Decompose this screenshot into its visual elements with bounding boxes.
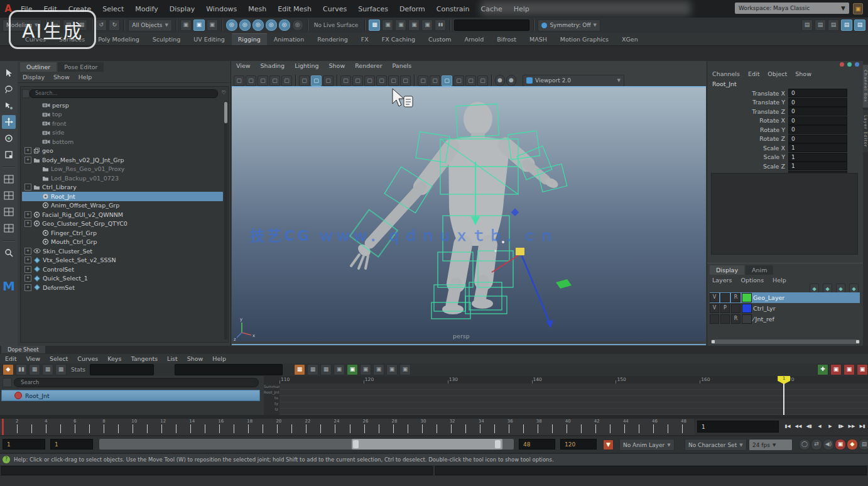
wireframe-icon[interactable]: ▢ xyxy=(299,75,310,86)
menu-constrain[interactable]: Constrain xyxy=(431,3,475,15)
dope-sheet-selected-item[interactable]: Root_Jnt xyxy=(1,390,260,401)
current-frame-indicator[interactable] xyxy=(2,419,4,435)
dope-menu-keys[interactable]: Keys xyxy=(107,355,121,362)
outliner-item[interactable]: +Vtx_Select_Set_v2_SSSN xyxy=(22,256,223,265)
linear-tangent-icon[interactable]: ▦ xyxy=(320,364,332,375)
play-forward-button[interactable]: ▶ xyxy=(825,420,835,433)
shelf-tab-custom[interactable]: Custom xyxy=(422,34,457,45)
shelf-tab-xgen[interactable]: XGen xyxy=(616,34,644,45)
layer-toggle[interactable]: R xyxy=(731,314,741,324)
panel-menu-shading[interactable]: Shading xyxy=(261,62,285,71)
step-back-key-button[interactable]: ◀◀ xyxy=(793,420,803,433)
redo-icon[interactable]: ↻ xyxy=(109,19,120,31)
mute-track-icon[interactable]: ▣ xyxy=(830,364,842,375)
channel-value-field[interactable]: 1 xyxy=(788,143,847,152)
layer-from-selected-icon[interactable]: ◆ xyxy=(849,284,859,293)
hypershade-icon[interactable]: ▤ xyxy=(815,19,826,31)
clamped-tangent-icon[interactable]: ▦ xyxy=(307,364,318,375)
open-render-view-icon[interactable]: ▣ xyxy=(382,19,393,31)
sidebar-tab-channel-box[interactable]: Channel Box xyxy=(863,65,868,108)
menu-curves[interactable]: Curves xyxy=(317,3,352,15)
blue-dot-icon[interactable] xyxy=(855,62,859,67)
move-tool[interactable] xyxy=(2,115,16,129)
filter-icon[interactable] xyxy=(22,89,30,98)
outliner-item[interactable]: +top xyxy=(22,110,223,119)
layer-menu-layers[interactable]: Layers xyxy=(712,277,732,284)
modeling-toolkit-icon[interactable]: ▤ xyxy=(801,19,813,31)
outliner-item[interactable]: +Low_Res_Geo_v01_Proxy xyxy=(22,165,223,174)
expand-toggle-icon[interactable]: + xyxy=(24,248,31,255)
mel-command-input[interactable] xyxy=(1,466,433,475)
layer-toggle[interactable] xyxy=(720,293,730,302)
layer-toggle[interactable]: V xyxy=(710,293,719,302)
outliner-menu-help[interactable]: Help xyxy=(79,74,92,80)
teal-dot-icon[interactable] xyxy=(847,62,852,67)
selection-mask-dropdown[interactable]: All Objects▼ xyxy=(128,19,171,31)
lasso-tool[interactable] xyxy=(2,82,16,96)
current-time-marker[interactable]: 1 xyxy=(778,376,790,384)
dope-menu-show[interactable]: Show xyxy=(187,355,203,362)
dope-sheet-track-area[interactable]: 110120130140150160170180 SummaryRoot_Jnt… xyxy=(264,376,868,415)
step-tangent-icon[interactable]: ▣ xyxy=(347,364,358,375)
auto-keyframe-icon[interactable]: ◆ xyxy=(847,439,858,450)
spline-tangent-icon[interactable]: ▦ xyxy=(294,364,305,375)
layer-toggle[interactable]: V xyxy=(710,304,719,313)
lock-workspace-icon[interactable]: ▣ xyxy=(853,3,863,14)
expand-toggle-icon[interactable]: + xyxy=(24,284,31,291)
range-end-handle[interactable] xyxy=(495,440,501,448)
textured-icon[interactable]: ▢ xyxy=(323,75,334,86)
lock-camera-icon[interactable]: ▢ xyxy=(246,75,256,86)
safe-title-icon[interactable]: ▢ xyxy=(477,75,488,86)
channel-value-field[interactable]: 1 xyxy=(788,153,847,162)
panel-menu-renderer[interactable]: Renderer xyxy=(355,62,382,71)
lattice-deform-icon[interactable]: ▦ xyxy=(55,364,67,375)
shelf-tab-fx-caching[interactable]: FX Caching xyxy=(376,34,421,45)
menu-mesh[interactable]: Mesh xyxy=(242,3,272,15)
snap-projected-center-icon[interactable]: ◎ xyxy=(266,19,277,31)
outliner-item[interactable]: -Ctrl_Library xyxy=(22,183,223,192)
step-forward-key-button[interactable]: ▶▶ xyxy=(847,420,857,433)
layer-row[interactable]: R⁄Jnt_ref xyxy=(710,314,860,324)
range-slider-handle[interactable] xyxy=(352,439,502,450)
bookmark-view-icon[interactable]: ▢ xyxy=(269,75,280,86)
outliner-item[interactable]: +geo xyxy=(22,146,223,156)
expand-toggle-icon[interactable]: - xyxy=(24,184,31,191)
gate-mask-icon[interactable]: ▢ xyxy=(453,75,464,86)
expand-toggle-icon[interactable]: + xyxy=(24,266,31,273)
dope-menu-curves[interactable]: Curves xyxy=(77,355,98,362)
tool-settings-toggle-icon[interactable]: ▤ xyxy=(828,19,839,31)
outliner-item[interactable]: +Mouth_Ctrl_Grp xyxy=(22,238,223,247)
range-start-handle[interactable] xyxy=(353,440,359,448)
ghosting-icon[interactable]: ● xyxy=(506,75,516,86)
outliner-item[interactable]: +ControlSet xyxy=(22,265,223,274)
field-chart-icon[interactable]: ▢ xyxy=(430,75,440,86)
ipr-render-icon[interactable]: ▣ xyxy=(408,19,420,31)
outliner-item[interactable]: +Root_Jnt xyxy=(22,192,223,201)
solo-track-icon[interactable]: ▣ xyxy=(844,364,855,375)
time-slider[interactable]: 1246810121416182022242628303234363840424… xyxy=(0,419,694,435)
playback-start-field[interactable]: 1 xyxy=(50,439,93,450)
select-tool[interactable] xyxy=(2,66,16,80)
image-plane-icon[interactable]: ▢ xyxy=(281,75,292,86)
workspace-dropdown[interactable]: Workspace: Maya Classic▼ xyxy=(735,3,849,14)
shelf-tab-rendering[interactable]: Rendering xyxy=(311,34,354,45)
snap-view-plane-icon[interactable]: ◎ xyxy=(279,19,290,31)
snap-grid-icon[interactable]: ◎ xyxy=(226,19,237,31)
go-to-end-button[interactable]: ▶▮ xyxy=(857,420,867,433)
menu-windows[interactable]: Windows xyxy=(200,3,242,15)
panel-menu-panels[interactable]: Panels xyxy=(393,62,412,71)
scale-tool[interactable] xyxy=(2,148,16,162)
layer-tab-anim[interactable]: Anim xyxy=(746,265,773,275)
anim-layer-dropdown[interactable]: No Anim Layer▼ xyxy=(619,439,675,451)
playback-speed-icon[interactable]: ⇄ xyxy=(811,439,822,450)
channel-box-object-name[interactable]: Root_Jnt xyxy=(707,79,863,89)
quick-selection-field[interactable] xyxy=(454,19,529,31)
expand-toggle-icon[interactable]: + xyxy=(24,147,31,154)
panel-menu-lighting[interactable]: Lighting xyxy=(295,62,318,71)
paint-select-tool[interactable] xyxy=(2,99,16,113)
shelf-tab-arnold[interactable]: Arnold xyxy=(458,34,491,45)
shelf-tab-mash[interactable]: MASH xyxy=(523,34,553,45)
pause-icon[interactable]: ▮▮ xyxy=(435,19,446,31)
dope-menu-select[interactable]: Select xyxy=(50,355,68,362)
outliner-item[interactable]: +persp xyxy=(22,101,223,110)
